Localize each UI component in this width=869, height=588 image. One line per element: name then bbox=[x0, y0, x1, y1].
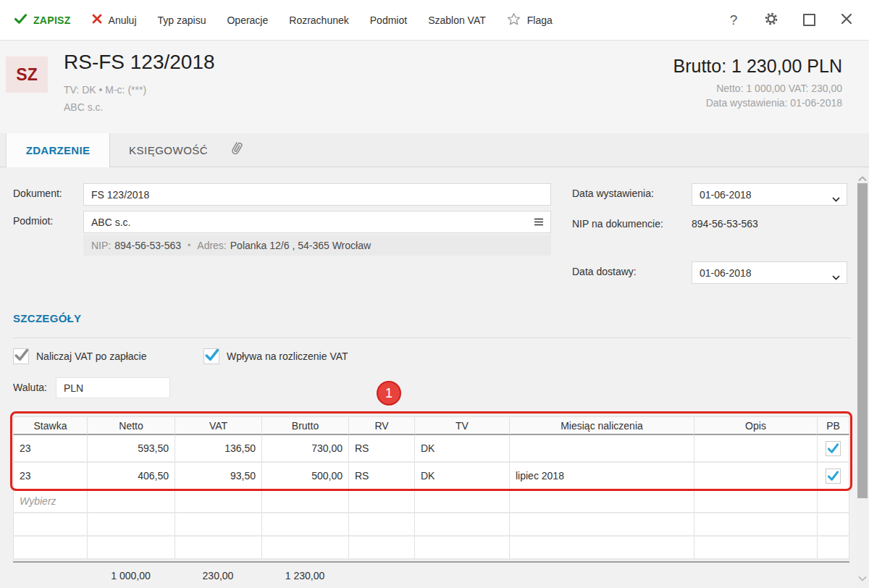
table-cell[interactable] bbox=[175, 513, 261, 537]
table-cell[interactable]: lipiec 2018 bbox=[509, 463, 694, 490]
table-cell[interactable]: DK bbox=[414, 435, 509, 463]
window-controls: ? bbox=[704, 12, 855, 28]
tab-ksiegowosc[interactable]: KSIĘGOWOŚĆ bbox=[110, 133, 227, 167]
scrollbar-thumb[interactable] bbox=[857, 183, 868, 498]
pb-checkbox[interactable] bbox=[826, 469, 841, 484]
separator-dot: • bbox=[188, 240, 190, 251]
table-cell[interactable]: 93,50 bbox=[175, 463, 261, 490]
menu-typ-zapisu[interactable]: Typ zapisu bbox=[158, 14, 206, 26]
table-row: 23593,50136,50730,00RSDK bbox=[13, 435, 849, 463]
table-cell[interactable] bbox=[509, 537, 694, 560]
table-cell[interactable]: Wybierz bbox=[13, 490, 87, 513]
paperclip-icon bbox=[228, 139, 245, 161]
table-cell[interactable] bbox=[261, 490, 348, 513]
table-cell[interactable]: RS bbox=[348, 435, 414, 463]
pb-checkbox[interactable] bbox=[826, 441, 841, 456]
total-spacer bbox=[13, 566, 87, 585]
table-cell[interactable] bbox=[694, 435, 817, 463]
close-button[interactable] bbox=[839, 12, 855, 28]
table-cell[interactable] bbox=[13, 537, 87, 560]
table-cell[interactable]: 406,50 bbox=[87, 463, 175, 490]
table-cell[interactable] bbox=[87, 490, 175, 513]
tab-zdarzenie[interactable]: ZDARZENIE bbox=[6, 133, 110, 167]
table-cell[interactable] bbox=[414, 490, 509, 513]
flag-button[interactable]: Flaga bbox=[507, 12, 553, 28]
column-header-5: RV bbox=[348, 416, 414, 435]
podmiot-details-strip: NIP: 894-56-53-563 • Adres: Polanka 12/6… bbox=[83, 235, 551, 256]
data-dostawy-label: Data dostawy: bbox=[572, 266, 637, 277]
header-amounts: Brutto: 1 230,00 PLN Netto: 1 000,00 VAT… bbox=[673, 56, 842, 109]
table-cell[interactable]: 730,00 bbox=[261, 435, 348, 463]
table-cell[interactable] bbox=[175, 490, 261, 513]
dokument-input[interactable]: FS 123/2018 bbox=[83, 183, 551, 206]
table-cell[interactable]: RS bbox=[348, 463, 414, 490]
save-button[interactable]: ZAPISZ bbox=[14, 14, 71, 26]
settings-button[interactable] bbox=[763, 12, 779, 28]
checkbox-wplywa-vat[interactable] bbox=[203, 348, 219, 364]
table-cell[interactable] bbox=[13, 513, 87, 537]
nip-na-dokumencie-value: 894-56-53-563 bbox=[692, 218, 758, 230]
nip-label: NIP: bbox=[91, 240, 111, 251]
table-cell[interactable] bbox=[694, 537, 817, 560]
table-cell[interactable] bbox=[414, 513, 509, 537]
table-cell[interactable] bbox=[175, 537, 261, 560]
scroll-down-icon[interactable] bbox=[858, 571, 867, 584]
table-cell[interactable] bbox=[817, 490, 849, 513]
menu-rozrachunek[interactable]: Rozrachunek bbox=[289, 14, 349, 26]
table-cell[interactable] bbox=[509, 513, 694, 537]
table-cell[interactable] bbox=[261, 537, 348, 560]
menu-label: Operacje bbox=[227, 14, 268, 26]
gear-icon bbox=[764, 12, 778, 29]
help-button[interactable]: ? bbox=[726, 12, 742, 28]
cancel-button[interactable]: Anuluj bbox=[92, 14, 137, 26]
menu-label: Szablon VAT bbox=[428, 14, 486, 26]
table-cell[interactable] bbox=[414, 537, 509, 560]
table-cell[interactable] bbox=[87, 537, 175, 560]
empty-row bbox=[13, 513, 849, 537]
table-cell[interactable] bbox=[817, 513, 849, 537]
table-cell[interactable] bbox=[694, 513, 817, 537]
menu-podmiot[interactable]: Podmiot bbox=[370, 14, 407, 26]
table-cell[interactable] bbox=[817, 463, 849, 490]
maximize-button[interactable] bbox=[801, 12, 817, 28]
table-cell[interactable] bbox=[817, 537, 849, 560]
column-header-9: PB bbox=[817, 416, 849, 435]
checkbox-wplywa-vat-label: Wpływa na rozliczenie VAT bbox=[227, 350, 348, 362]
attachment-button[interactable] bbox=[228, 133, 245, 167]
document-type-badge: SZ bbox=[6, 56, 48, 93]
nip-value: 894-56-53-563 bbox=[114, 240, 181, 251]
chevron-down-icon bbox=[832, 271, 840, 282]
cancel-button-label: Anuluj bbox=[109, 14, 137, 26]
table-cell[interactable]: 500,00 bbox=[261, 463, 348, 490]
waluta-input[interactable]: PLN bbox=[56, 377, 170, 398]
menu-label: Rozrachunek bbox=[289, 14, 349, 26]
podmiot-input[interactable]: ABC s.c. bbox=[83, 211, 551, 233]
hamburger-icon[interactable] bbox=[534, 217, 544, 229]
table-cell[interactable]: DK bbox=[414, 463, 509, 490]
data-wystawienia-dropdown[interactable]: 01-06-2018 bbox=[692, 183, 847, 206]
table-cell[interactable] bbox=[694, 463, 817, 490]
table-cell[interactable]: 136,50 bbox=[175, 435, 261, 463]
document-header: SZ RS-FS 123/2018 TV: DK • M-c: (***) AB… bbox=[0, 41, 869, 133]
table-cell[interactable] bbox=[509, 490, 694, 513]
data-dostawy-value: 01-06-2018 bbox=[700, 267, 752, 279]
podmiot-value: ABC s.c. bbox=[91, 217, 130, 228]
table-cell[interactable] bbox=[817, 435, 849, 463]
table-cell[interactable] bbox=[694, 490, 817, 513]
table-cell[interactable] bbox=[348, 537, 414, 560]
section-divider bbox=[13, 337, 851, 338]
table-cell[interactable] bbox=[348, 513, 414, 537]
table-cell[interactable] bbox=[348, 490, 414, 513]
table-cell[interactable] bbox=[261, 513, 348, 537]
checkbox-naliczaj-vat[interactable] bbox=[13, 348, 29, 364]
menu-szablon-vat[interactable]: Szablon VAT bbox=[428, 14, 486, 26]
table-cell[interactable]: 23 bbox=[13, 463, 87, 490]
table-cell[interactable]: 23 bbox=[13, 435, 87, 463]
menu-operacje[interactable]: Operacje bbox=[227, 14, 268, 26]
table-cell[interactable] bbox=[87, 513, 175, 537]
save-button-label: ZAPISZ bbox=[33, 14, 71, 26]
data-dostawy-dropdown[interactable]: 01-06-2018 bbox=[692, 261, 847, 284]
vertical-scrollbar[interactable] bbox=[857, 167, 868, 588]
table-cell[interactable]: 593,50 bbox=[87, 435, 175, 463]
table-cell[interactable] bbox=[509, 435, 694, 463]
